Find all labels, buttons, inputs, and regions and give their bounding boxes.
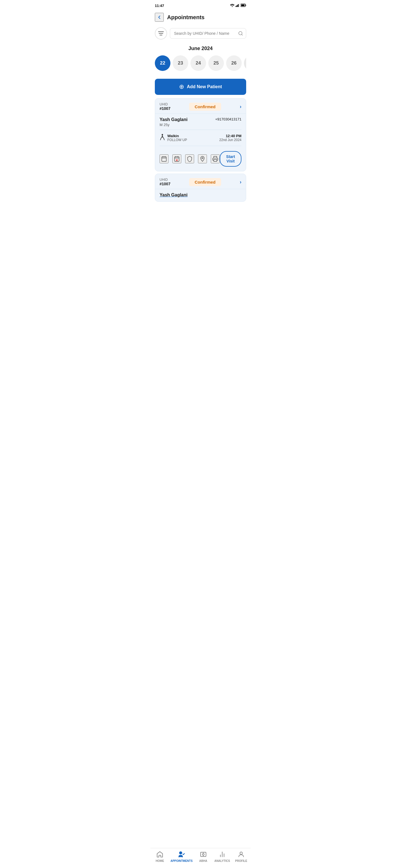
- svg-rect-18: [175, 157, 179, 162]
- patient-info-1: Yash Gaglani M 25y: [160, 117, 188, 127]
- svg-rect-1: [236, 6, 236, 7]
- svg-rect-6: [241, 4, 245, 6]
- status-time: 11:47: [155, 4, 164, 8]
- visit-time-text-1: 12:40 PM: [220, 134, 241, 138]
- uhid-block-1: UHID #1007: [160, 102, 170, 111]
- patient-meta-1: M 25y: [160, 123, 188, 127]
- svg-rect-3: [238, 4, 239, 7]
- appointment-card-1: UHID #1007 Confirmed › Yash Gaglani M 25…: [155, 98, 246, 172]
- date-chip-26[interactable]: 26: [226, 55, 242, 71]
- visit-time-1: 12:40 PM 22nd Jun 2024: [220, 134, 241, 142]
- print-icon-btn[interactable]: [211, 154, 220, 163]
- add-new-patient-button[interactable]: ⊕ Add New Patient: [155, 79, 246, 95]
- visit-label-block-1: Walkin FOLLOW UP: [167, 134, 187, 142]
- date-strip: 22 23 24 25 26 27: [155, 55, 246, 72]
- patient-name-1: Yash Gaglani: [160, 117, 188, 122]
- date-chip-27[interactable]: 27: [244, 55, 246, 71]
- divider-1: [160, 130, 241, 130]
- svg-point-13: [162, 134, 163, 135]
- action-icons-1: [160, 154, 220, 163]
- page-header: Appointments: [150, 10, 251, 25]
- appt-body-2: Yash Gaglani: [155, 189, 246, 202]
- signal-icon: [236, 4, 239, 8]
- add-icon: ⊕: [179, 83, 184, 90]
- status-badge-1: Confirmed: [189, 103, 221, 111]
- chevron-right-icon-1[interactable]: ›: [240, 104, 241, 110]
- followup-label-1: FOLLOW UP: [167, 138, 187, 142]
- svg-line-12: [241, 34, 242, 35]
- patient-phone-1: +917030413171: [215, 117, 241, 121]
- search-button[interactable]: [238, 31, 243, 36]
- search-input[interactable]: [174, 31, 235, 36]
- battery-icon: [240, 4, 246, 8]
- search-row: [150, 25, 251, 42]
- reschedule-icon-btn[interactable]: [160, 154, 169, 163]
- uhid-value-1: #1007: [160, 106, 170, 111]
- back-button[interactable]: [155, 13, 164, 22]
- svg-point-0: [232, 6, 233, 7]
- uhid-value-2: #1007: [160, 182, 170, 186]
- appointment-card-2: UHID #1007 Confirmed › Yash Gaglani: [155, 174, 246, 202]
- svg-point-24: [202, 157, 203, 159]
- search-box: [170, 28, 246, 39]
- calendar-section: June 2024 22 23 24 25 26 27: [150, 42, 251, 74]
- appt-header-2: UHID #1007 Confirmed ›: [155, 174, 246, 189]
- add-patient-label: Add New Patient: [187, 84, 222, 89]
- uhid-label-1: UHID: [160, 102, 170, 106]
- status-badge-2: Confirmed: [189, 178, 221, 186]
- visit-type-1: Walkin FOLLOW UP: [160, 134, 187, 142]
- svg-rect-14: [162, 157, 167, 162]
- svg-rect-4: [239, 4, 239, 7]
- wifi-icon: [230, 4, 234, 8]
- svg-rect-25: [214, 159, 217, 161]
- appt-actions-1: Start Visit: [160, 148, 241, 168]
- calendar-month: June 2024: [155, 45, 246, 52]
- location-icon-btn[interactable]: [198, 154, 207, 163]
- patient-name-2: Yash Gaglani: [160, 192, 241, 197]
- date-chip-24[interactable]: 24: [191, 55, 206, 71]
- svg-rect-2: [237, 5, 237, 7]
- appt-header-1: UHID #1007 Confirmed ›: [155, 98, 246, 114]
- visit-date-text-1: 22nd Jun 2024: [220, 138, 241, 142]
- appt-body-1: Yash Gaglani M 25y +917030413171: [155, 114, 246, 171]
- date-chip-23[interactable]: 23: [173, 55, 188, 71]
- chevron-right-icon-2[interactable]: ›: [240, 179, 241, 185]
- walk-icon-1: [160, 134, 165, 142]
- status-bar: 11:47: [150, 0, 251, 10]
- date-chip-22[interactable]: 22: [155, 55, 170, 71]
- visit-info-row-1: Walkin FOLLOW UP 12:40 PM 22nd Jun 2024: [160, 132, 241, 144]
- uhid-block-2: UHID #1007: [160, 178, 170, 186]
- filter-button[interactable]: [155, 27, 167, 39]
- date-chip-25[interactable]: 25: [208, 55, 224, 71]
- uhid-label-2: UHID: [160, 178, 170, 182]
- patient-details-row-1: Yash Gaglani M 25y +917030413171: [160, 117, 241, 127]
- svg-rect-7: [246, 4, 246, 6]
- start-visit-button-1[interactable]: Start Visit: [220, 151, 241, 167]
- cancel-appt-icon-btn[interactable]: [172, 154, 181, 163]
- visit-label-1: Walkin: [167, 134, 187, 138]
- page-title: Appointments: [167, 14, 204, 21]
- status-icons: [230, 4, 246, 8]
- shield-icon-btn[interactable]: [185, 154, 194, 163]
